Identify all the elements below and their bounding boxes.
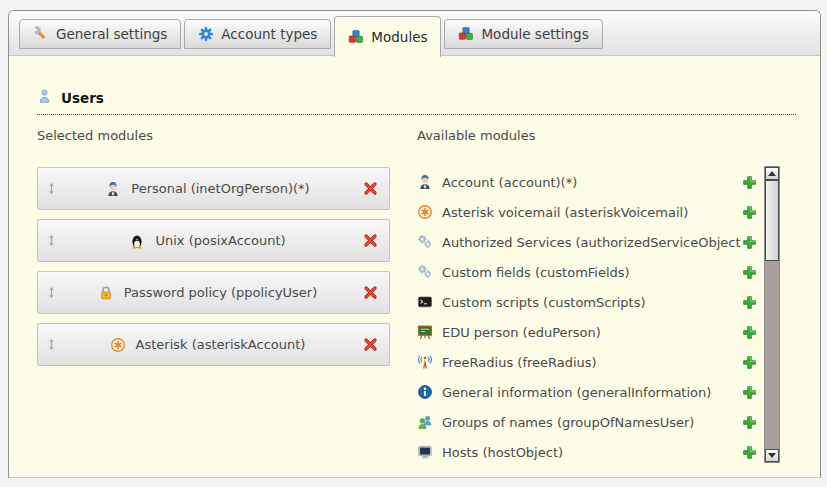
remove-module-button[interactable] — [351, 285, 389, 300]
updown-icon — [47, 286, 56, 299]
tab-content: Users Selected modules Personal (inetOrg… — [9, 88, 820, 467]
radio-icon — [417, 354, 433, 370]
available-modules-scrollbar[interactable] — [764, 166, 780, 463]
tab-modules[interactable]: Modules — [334, 16, 441, 57]
tux-icon — [129, 233, 145, 249]
tab-label: Account types — [221, 26, 317, 42]
updown-icon — [47, 338, 56, 351]
selected-modules-label: Selected modules — [37, 128, 390, 144]
add-module-button[interactable] — [741, 385, 757, 400]
tab-label: Modules — [371, 29, 427, 45]
available-module-row: FreeRadius (freeRadius) — [417, 347, 757, 377]
add-module-button[interactable] — [741, 235, 757, 250]
add-module-button[interactable] — [741, 295, 757, 310]
user-icon — [37, 88, 52, 104]
tab-label: Module settings — [481, 26, 588, 42]
lam-configuration-screen: General settings Account types Modules M… — [0, 0, 827, 487]
triangle-down-icon — [768, 453, 776, 458]
lock-icon — [98, 285, 114, 301]
updown-icon — [47, 182, 56, 195]
selected-modules-column: Selected modules Personal (inetOrgPerson… — [37, 128, 390, 467]
scroll-up-button[interactable] — [765, 167, 779, 180]
available-module-row: Authorized Services (authorizedServiceOb… — [417, 227, 757, 257]
updown-icon — [47, 234, 56, 247]
gears-icon — [417, 264, 433, 280]
delete-icon — [363, 285, 378, 300]
available-modules-label: Available modules — [417, 128, 757, 144]
cubes-icon — [458, 26, 474, 42]
module-label: Authorized Services (authorizedServiceOb… — [442, 235, 741, 250]
drag-handle[interactable] — [38, 234, 64, 247]
config-panel: General settings Account types Modules M… — [8, 10, 821, 478]
module-label: Groups of names (groupOfNamesUser) — [442, 415, 741, 430]
selected-modules-list: Personal (inetOrgPerson)(*) Unix (posixA… — [37, 167, 390, 366]
available-module-row: Hosts (hostObject) — [417, 437, 757, 467]
add-module-button[interactable] — [741, 325, 757, 340]
plus-icon — [742, 175, 757, 190]
user-icon-slot — [37, 88, 52, 107]
plus-icon — [742, 295, 757, 310]
available-module-row: General information (generalInformation) — [417, 377, 757, 407]
available-module-row: Custom fields (customFields) — [417, 257, 757, 287]
module-label: Account (account)(*) — [442, 175, 741, 190]
module-label-group: Personal (inetOrgPerson)(*) — [64, 181, 351, 197]
tab-label: General settings — [56, 26, 167, 42]
tab-module-settings[interactable]: Module settings — [444, 19, 602, 49]
add-module-button[interactable] — [741, 175, 757, 190]
tab-account-types[interactable]: Account types — [184, 19, 331, 49]
module-label: Password policy (ppolicyUser) — [124, 285, 318, 300]
remove-module-button[interactable] — [351, 181, 389, 196]
tab-general-settings[interactable]: General settings — [19, 19, 181, 49]
group-icon — [417, 414, 433, 430]
available-module-row: Asterisk voicemail (asteriskVoicemail) — [417, 197, 757, 227]
gear-icon — [198, 26, 214, 42]
available-modules-list: Account (account)(*) Asterisk voicemail … — [417, 167, 757, 467]
add-module-button[interactable] — [741, 205, 757, 220]
available-modules-column: Available modules Account (account)(*) A… — [417, 128, 757, 467]
triangle-up-icon — [768, 171, 776, 176]
module-label-group: Unix (posixAccount) — [64, 233, 351, 249]
available-module-row: Account (account)(*) — [417, 167, 757, 197]
person-icon — [417, 174, 433, 190]
section-title: Users — [61, 90, 104, 106]
selected-module-row: Personal (inetOrgPerson)(*) — [37, 167, 390, 210]
module-columns: Selected modules Personal (inetOrgPerson… — [37, 128, 796, 467]
scrollbar-thumb[interactable] — [765, 180, 779, 261]
asterisk-icon — [417, 204, 433, 220]
available-module-row: Custom scripts (customScripts) — [417, 287, 757, 317]
module-label: FreeRadius (freeRadius) — [442, 355, 741, 370]
drag-handle[interactable] — [38, 338, 64, 351]
drag-handle[interactable] — [38, 286, 64, 299]
scroll-down-button[interactable] — [765, 449, 779, 462]
available-module-row: EDU person (eduPerson) — [417, 317, 757, 347]
remove-module-button[interactable] — [351, 233, 389, 248]
add-module-button[interactable] — [741, 445, 757, 460]
host-icon — [417, 444, 433, 460]
plus-icon — [742, 355, 757, 370]
selected-module-row: Asterisk (asteriskAccount) — [37, 323, 390, 366]
plus-icon — [742, 325, 757, 340]
module-label-group: Asterisk (asteriskAccount) — [64, 337, 351, 353]
module-label: Asterisk voicemail (asteriskVoicemail) — [442, 205, 741, 220]
add-module-button[interactable] — [741, 415, 757, 430]
module-label: Unix (posixAccount) — [155, 233, 285, 248]
asterisk-icon — [110, 337, 126, 353]
plus-icon — [742, 385, 757, 400]
users-section-header: Users — [37, 88, 796, 115]
delete-icon — [363, 181, 378, 196]
plus-icon — [742, 205, 757, 220]
plus-icon — [742, 445, 757, 460]
available-module-row: Groups of names (groupOfNamesUser) — [417, 407, 757, 437]
module-label: Custom scripts (customScripts) — [442, 295, 741, 310]
selected-module-row: Unix (posixAccount) — [37, 219, 390, 262]
info-icon — [417, 384, 433, 400]
delete-icon — [363, 233, 378, 248]
selected-module-row: Password policy (ppolicyUser) — [37, 271, 390, 314]
cubes-icon — [348, 29, 364, 45]
add-module-button[interactable] — [741, 265, 757, 280]
add-module-button[interactable] — [741, 355, 757, 370]
remove-module-button[interactable] — [351, 337, 389, 352]
plus-icon — [742, 235, 757, 250]
drag-handle[interactable] — [38, 182, 64, 195]
plus-icon — [742, 265, 757, 280]
